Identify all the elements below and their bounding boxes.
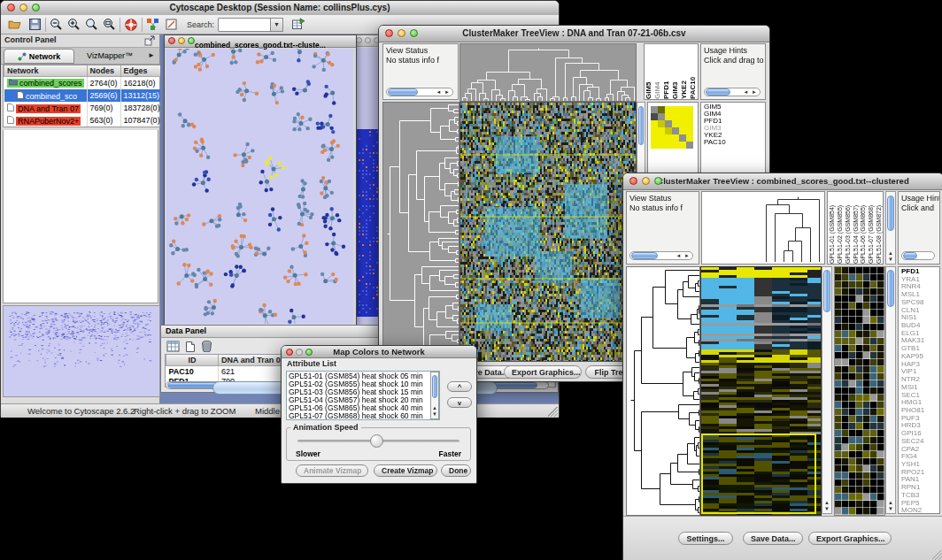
network-row-combined-scores[interactable]: combined_scores 2764(0) 16218(0): [4, 77, 164, 90]
tv1-export-graphics-button[interactable]: Export Graphics...: [504, 365, 582, 379]
zoom-out-icon[interactable]: [50, 18, 63, 31]
tab-vizmapper[interactable]: VizMapper™: [74, 48, 145, 64]
help-lifering-icon[interactable]: [124, 18, 138, 32]
main-titlebar[interactable]: Cytoscape Desktop (Session Name: collins…: [1, 1, 559, 16]
network-frame-titlebar[interactable]: combined_scores_good.txt--cluste...: [165, 35, 356, 48]
zoom-fit-icon[interactable]: [85, 18, 98, 31]
minimize-icon[interactable]: [178, 37, 185, 44]
speed-slider-thumb[interactable]: [370, 434, 383, 448]
tv2-save-data-button[interactable]: Save Data...: [743, 532, 803, 545]
zoom-window-icon[interactable]: [410, 29, 418, 37]
column-label[interactable]: GIM4: [653, 44, 662, 99]
attribute-list-scrollbar[interactable]: ▲▼: [430, 372, 439, 419]
dialog-titlebar[interactable]: Map Colors to Network: [282, 346, 476, 358]
search-input[interactable]: [218, 18, 270, 32]
treeview1-titlebar[interactable]: ClusterMaker TreeView : DNA and Tran 07-…: [379, 26, 769, 42]
zoom-selected-icon[interactable]: [103, 18, 116, 31]
column-label[interactable]: GPL51-08 (GSM872): [875, 192, 883, 264]
close-icon[interactable]: [168, 37, 175, 44]
attribute-list-label: Attribute List: [287, 359, 336, 368]
vizmapper-grid-icon[interactable]: [146, 18, 159, 31]
zoom-in-icon[interactable]: [67, 18, 81, 31]
tv2-column-dendrogram[interactable]: [761, 193, 823, 262]
float-panel-icon[interactable]: [144, 35, 155, 46]
column-label[interactable]: PAC10: [689, 44, 698, 99]
zoom-window-icon[interactable]: [305, 349, 313, 356]
resize-grip[interactable]: [932, 550, 942, 560]
dialog-title: Map Colors to Network: [333, 347, 424, 357]
attribute-table-icon[interactable]: [166, 341, 180, 352]
column-label[interactable]: GPL51-07 (GSM868): [867, 192, 875, 264]
delete-attribute-icon[interactable]: [201, 340, 212, 352]
tv1-row-dendrogram[interactable]: [382, 102, 459, 362]
tv2-row-dendrogram[interactable]: [626, 266, 700, 516]
birdseye-view[interactable]: [3, 305, 160, 397]
tv2-status-scrollbar[interactable]: ◄ ►: [629, 251, 693, 260]
tv2-settings-button[interactable]: Settings...: [678, 532, 733, 545]
create-vizmap-button[interactable]: Create Vizmap: [374, 464, 437, 477]
network-row-rnapuber[interactable]: RNAPuberNov2+ 563(0) 107847(0): [4, 114, 164, 127]
attribute-item[interactable]: GPL51-07 (GSM868) heat shock 60 min: [289, 412, 437, 420]
gene-label[interactable]: PAC10: [704, 139, 765, 146]
zoom-window-icon[interactable]: [188, 37, 195, 44]
move-attribute-down-button[interactable]: v: [447, 397, 472, 408]
column-label[interactable]: YKE2: [680, 44, 689, 99]
animate-vizmap-button[interactable]: Animate Vizmap: [296, 464, 368, 477]
done-button[interactable]: Done: [441, 464, 471, 477]
network-list-header[interactable]: Network Nodes Edges: [4, 65, 164, 77]
zoom-window-icon[interactable]: [32, 4, 40, 12]
tv2-gene-scrollbar[interactable]: ▲▼: [885, 266, 896, 514]
tv2-usage-scrollbar[interactable]: [901, 251, 935, 260]
treeview2-titlebar[interactable]: ClusterMaker TreeView : combined_scores_…: [623, 173, 942, 190]
column-label[interactable]: GPL51-06 (GSM865): [859, 192, 867, 264]
column-label[interactable]: PFD1: [662, 44, 671, 99]
tv1-global-matrix[interactable]: [651, 106, 693, 149]
zoom-window-icon[interactable]: [654, 177, 662, 185]
column-label[interactable]: GIM5: [645, 44, 653, 99]
tv1-usage-scrollbar[interactable]: ◄ ►: [704, 88, 761, 96]
minimize-icon[interactable]: [365, 37, 371, 43]
close-icon[interactable]: [629, 177, 637, 185]
tv1-column-dendrogram[interactable]: [459, 43, 637, 102]
column-label[interactable]: GPL51-02 (GSM855): [836, 192, 844, 264]
search-dropdown-button[interactable]: ▼: [270, 18, 283, 32]
network-view-frame[interactable]: combined_scores_good.txt--cluste...: [164, 35, 357, 326]
attribute-list[interactable]: GPL51-01 (GSM854) heat shock 05 minGPL51…: [286, 371, 440, 420]
minimize-icon[interactable]: [642, 177, 650, 185]
tv2-heatmap[interactable]: [700, 266, 822, 516]
column-label[interactable]: GIM3: [671, 44, 680, 99]
network-list-empty-area[interactable]: [3, 130, 158, 303]
gene-label[interactable]: MON2: [901, 507, 939, 514]
tv1-status-scrollbar[interactable]: ◄ ►: [386, 88, 453, 96]
tv1-heatmap[interactable]: [459, 102, 637, 362]
network-row-selected[interactable]: combined_sco 2569(6) 13112(15): [4, 89, 164, 102]
close-icon[interactable]: [286, 349, 293, 356]
view-status-text: No status info f: [629, 203, 696, 213]
tv2-global-heatmap[interactable]: [834, 266, 885, 516]
column-label[interactable]: GPL51-01 (GSM854): [828, 192, 836, 264]
tv2-export-graphics-button[interactable]: Export Graphics...: [808, 532, 892, 545]
minimize-icon[interactable]: [19, 4, 27, 12]
import-table-icon[interactable]: [291, 18, 305, 31]
tabs-overflow-arrow[interactable]: ►: [148, 48, 159, 64]
network-row-dna-tran[interactable]: DNA and Tran 07 769(0) 183728(0): [4, 102, 164, 114]
minimize-icon[interactable]: [398, 29, 405, 37]
minimize-icon[interactable]: [296, 349, 303, 356]
open-session-icon[interactable]: [8, 18, 22, 31]
column-label[interactable]: GPL51-03 (GSM856): [844, 192, 852, 264]
tv2-gene-list[interactable]: PFD1YRA1RNR4MSL1SPC98CLN1NIS1BUD4ELG1MAK…: [898, 266, 940, 514]
tab-network[interactable]: Network: [4, 49, 74, 64]
annotation-icon[interactable]: [165, 18, 178, 31]
close-icon[interactable]: [385, 29, 393, 37]
move-attribute-up-button[interactable]: ^: [447, 381, 472, 392]
save-session-icon[interactable]: [28, 18, 42, 31]
network-canvas[interactable]: [166, 49, 353, 324]
view-status-title: View Status: [386, 46, 455, 56]
resize-grip[interactable]: [548, 407, 558, 417]
data-panel-title: Data Panel: [166, 326, 206, 335]
close-icon[interactable]: [7, 4, 15, 12]
tv2-column-scrollbar[interactable]: ▲▼: [885, 191, 896, 265]
close-icon[interactable]: [356, 37, 362, 43]
tv2-heatmap-scrollbar[interactable]: ▲▼: [822, 266, 832, 514]
new-attribute-icon[interactable]: [185, 341, 196, 352]
